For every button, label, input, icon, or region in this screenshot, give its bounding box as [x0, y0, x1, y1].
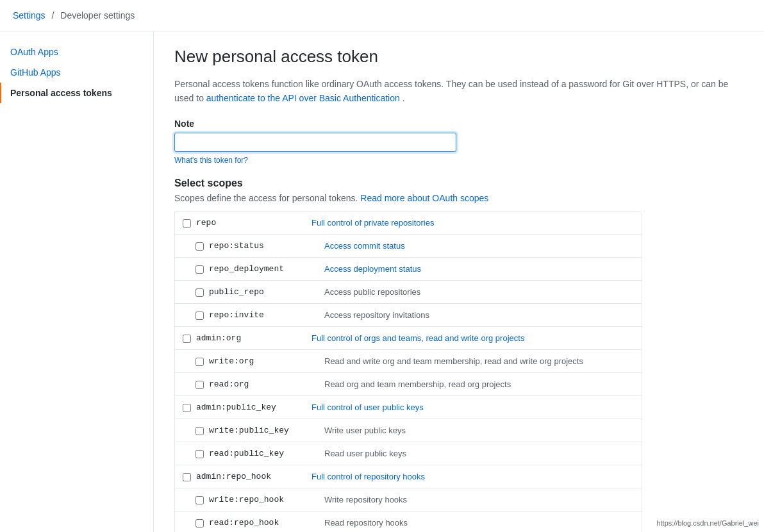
- scope-name-read-org: read:org: [209, 379, 324, 389]
- scope-checkbox-repo-status[interactable]: [195, 242, 204, 251]
- scope-name-admin-repo-hook: admin:repo_hook: [196, 472, 311, 481]
- scope-row-repo-status: repo:status Access commit status: [175, 235, 642, 258]
- scope-checkbox-repo[interactable]: [183, 219, 191, 228]
- scope-row-write-org: write:org Read and write org and team me…: [175, 350, 642, 373]
- scope-desc-read-repo-hook: Read repository hooks: [324, 518, 634, 528]
- scope-checkbox-public-repo[interactable]: [195, 288, 204, 297]
- scope-checkbox-admin-org[interactable]: [183, 335, 191, 343]
- scope-desc-public-repo: Access public repositories: [324, 287, 634, 297]
- scope-checkbox-repo-invite[interactable]: [195, 312, 204, 320]
- note-field-group: Note What's this token for?: [174, 119, 743, 165]
- scopes-section: Select scopes Scopes define the access f…: [174, 178, 743, 532]
- breadcrumb-separator: /: [51, 10, 54, 21]
- scope-name-public-repo: public_repo: [209, 287, 324, 297]
- sidebar-item-oauth-apps[interactable]: OAuth Apps: [0, 42, 153, 62]
- scope-desc-admin-org: Full control of orgs and teams, read and…: [311, 333, 634, 343]
- url-hint: https://blog.csdn.net/Gabriel_wei: [656, 519, 759, 527]
- scope-name-repo: repo: [196, 218, 311, 228]
- main-content: New personal access token Personal acces…: [154, 31, 764, 532]
- page-title: New personal access token: [174, 47, 743, 67]
- scope-desc-repo-deployment: Access deployment status: [324, 264, 634, 274]
- scope-desc-write-repo-hook: Write repository hooks: [324, 495, 634, 504]
- scope-checkbox-read-public-key[interactable]: [195, 450, 204, 458]
- scope-name-write-public-key: write:public_key: [209, 426, 324, 435]
- scope-desc-repo-invite: Access repository invitations: [324, 310, 634, 320]
- scope-desc-repo: Full control of private repositories: [311, 218, 634, 228]
- scope-row-write-repo-hook: write:repo_hook Write repository hooks: [175, 488, 642, 511]
- scope-desc-write-org: Read and write org and team membership, …: [324, 356, 634, 366]
- sidebar-item-github-apps[interactable]: GitHub Apps: [0, 62, 153, 83]
- scope-row-repo-deployment: repo_deployment Access deployment status: [175, 258, 642, 281]
- description-link[interactable]: authenticate to the API over Basic Authe…: [206, 93, 400, 103]
- scope-row-public-repo: public_repo Access public repositories: [175, 281, 642, 304]
- breadcrumb-settings-link[interactable]: Settings: [13, 10, 46, 21]
- scopes-table: repo Full control of private repositorie…: [174, 211, 642, 532]
- page-description: Personal access tokens function like ord…: [174, 77, 743, 106]
- scope-row-admin-org: admin:org Full control of orgs and teams…: [175, 327, 642, 350]
- breadcrumb: Settings / Developer settings: [0, 0, 764, 31]
- scope-row-write-public-key: write:public_key Write user public keys: [175, 419, 642, 442]
- scope-name-admin-org: admin:org: [196, 333, 311, 343]
- scope-checkbox-repo-deployment[interactable]: [195, 265, 204, 274]
- scope-desc-admin-public-key: Full control of user public keys: [311, 403, 634, 412]
- note-label: Note: [174, 119, 743, 129]
- scope-row-read-org: read:org Read org and team membership, r…: [175, 373, 642, 396]
- scope-row-admin-public-key: admin:public_key Full control of user pu…: [175, 396, 642, 419]
- sidebar: OAuth Apps GitHub Apps Personal access t…: [0, 31, 154, 532]
- scope-checkbox-write-repo-hook[interactable]: [195, 496, 204, 504]
- scopes-link[interactable]: Read more about OAuth scopes: [360, 193, 488, 203]
- scope-checkbox-admin-repo-hook[interactable]: [183, 473, 191, 481]
- scope-desc-read-public-key: Read user public keys: [324, 449, 634, 458]
- scopes-description: Scopes define the access for personal to…: [174, 193, 743, 203]
- note-hint[interactable]: What's this token for?: [174, 156, 743, 165]
- scope-name-write-repo-hook: write:repo_hook: [209, 495, 324, 504]
- breadcrumb-current: Developer settings: [60, 10, 135, 21]
- note-input[interactable]: [174, 133, 456, 152]
- scope-row-read-public-key: read:public_key Read user public keys: [175, 442, 642, 465]
- scope-checkbox-read-repo-hook[interactable]: [195, 519, 204, 528]
- scope-row-read-repo-hook: read:repo_hook Read repository hooks: [175, 511, 642, 532]
- sidebar-item-personal-access-tokens[interactable]: Personal access tokens: [0, 83, 153, 103]
- scope-name-admin-public-key: admin:public_key: [196, 403, 311, 412]
- scope-checkbox-write-public-key[interactable]: [195, 427, 204, 435]
- scope-row-repo-invite: repo:invite Access repository invitation…: [175, 304, 642, 327]
- scope-name-repo-invite: repo:invite: [209, 310, 324, 320]
- scope-name-read-public-key: read:public_key: [209, 449, 324, 458]
- scope-name-repo-deployment: repo_deployment: [209, 264, 324, 274]
- scope-desc-admin-repo-hook: Full control of repository hooks: [311, 472, 634, 481]
- scope-name-repo-status: repo:status: [209, 241, 324, 251]
- scope-row-repo: repo Full control of private repositorie…: [175, 212, 642, 235]
- scope-row-admin-repo-hook: admin:repo_hook Full control of reposito…: [175, 465, 642, 488]
- scope-desc-read-org: Read org and team membership, read org p…: [324, 379, 634, 389]
- scope-desc-write-public-key: Write user public keys: [324, 426, 634, 435]
- scope-desc-repo-status: Access commit status: [324, 241, 634, 251]
- scope-checkbox-admin-public-key[interactable]: [183, 404, 191, 412]
- scopes-title: Select scopes: [174, 178, 743, 189]
- scope-checkbox-write-org[interactable]: [195, 358, 204, 366]
- scope-name-write-org: write:org: [209, 356, 324, 366]
- scope-name-read-repo-hook: read:repo_hook: [209, 518, 324, 528]
- scope-checkbox-read-org[interactable]: [195, 381, 204, 389]
